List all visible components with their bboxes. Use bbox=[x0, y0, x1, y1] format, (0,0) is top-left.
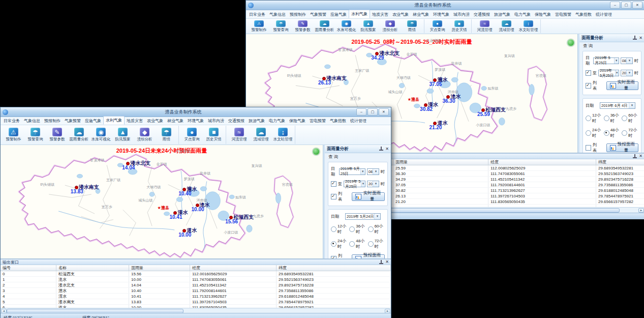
close-icon[interactable]: ✕ bbox=[639, 36, 642, 40]
to-hour-combo[interactable]: 20▼ bbox=[621, 70, 633, 76]
table-row[interactable]: 2溇水北支14.04111.45210541134229.89234757162… bbox=[1, 282, 391, 288]
duration-option[interactable]: 72小时 bbox=[368, 238, 385, 249]
tab-应急气象[interactable]: 应急气象 bbox=[83, 117, 103, 125]
tab-日常业务[interactable]: 日常业务 bbox=[247, 11, 267, 18]
duration-option[interactable]: 60小时 bbox=[368, 223, 385, 235]
close-button[interactable]: ✕ bbox=[632, 2, 642, 9]
pin-icon[interactable] bbox=[379, 260, 383, 265]
toolbar-item-流域管理[interactable]: ☁流域管理 bbox=[496, 19, 517, 33]
tab-气象指数[interactable]: 气象指数 bbox=[328, 117, 348, 125]
toolbar-item-预警查询[interactable]: ☂预警查询 bbox=[24, 126, 46, 144]
toolbar-item-防汛预案[interactable]: ▲防汛预案 bbox=[112, 126, 134, 144]
tab-城市内涝[interactable]: 城市内涝 bbox=[206, 117, 226, 125]
pin-icon[interactable] bbox=[633, 154, 637, 159]
to-date-combo[interactable]: 2019年 5月25日▼ bbox=[344, 181, 365, 187]
table-row[interactable]: 4渫水10.41111.71321396262729.6188012485048 bbox=[1, 294, 391, 299]
tab-旅游气象[interactable]: 旅游气象 bbox=[247, 117, 267, 125]
list-checkbox[interactable] bbox=[586, 145, 591, 151]
map-refresh-button[interactable] bbox=[567, 39, 574, 46]
map-refresh-button[interactable] bbox=[313, 148, 320, 155]
radio-icon[interactable] bbox=[331, 241, 336, 247]
tab-林业气象[interactable]: 林业气象 bbox=[411, 11, 431, 18]
toolbar-item-河流管理[interactable]: ≈河流管理 bbox=[474, 19, 496, 33]
close-button[interactable]: ✕ bbox=[379, 108, 389, 115]
toolbar-item-预警制作[interactable]: ⚠预警制作 bbox=[248, 19, 270, 33]
toolbar-item-河流管理[interactable]: ≈河流管理 bbox=[228, 126, 250, 144]
table-header-cell[interactable]: 面雨量 bbox=[393, 159, 488, 165]
realtime-rainfall-button[interactable]: 实时面雨量 bbox=[352, 192, 385, 201]
tab-保险气象[interactable]: 保险气象 bbox=[533, 11, 553, 18]
list-checkbox[interactable] bbox=[331, 256, 336, 259]
to-date-combo[interactable]: 2019年 5月25日▼ bbox=[598, 70, 619, 76]
toolbar-item-雨情[interactable]: ☂雨情 bbox=[401, 19, 423, 33]
duration-option[interactable]: 60小时 bbox=[622, 112, 638, 124]
from-date-combo[interactable]: 2019年 5月25日▼ bbox=[593, 57, 619, 64]
tab-统计管理[interactable]: 统计管理 bbox=[348, 117, 369, 125]
tab-电力气象[interactable]: 电力气象 bbox=[267, 117, 287, 125]
titlebar[interactable]: 澧县业务制作系统–▢✕ bbox=[246, 1, 644, 10]
radio-icon[interactable] bbox=[604, 130, 609, 136]
table-header-cell[interactable]: 纬度 bbox=[277, 265, 391, 271]
toolbar-item-溃坝分析[interactable]: ◆溃坝分析 bbox=[134, 126, 156, 144]
pin-icon[interactable] bbox=[633, 36, 637, 40]
table-row[interactable]: 5溇水南支13.83111.39726710450329.78544789759… bbox=[1, 299, 391, 305]
duration-option[interactable]: 36小时 bbox=[349, 223, 366, 235]
toolbar-item-雨情[interactable]: ☂雨情 bbox=[156, 126, 177, 144]
table-row[interactable]: 1洈水10.00111.74708305506129.5521563749023 bbox=[1, 277, 391, 282]
table-header-cell[interactable]: 经度 bbox=[488, 159, 596, 165]
radio-icon[interactable] bbox=[622, 130, 627, 136]
tab-城市内涝[interactable]: 城市内涝 bbox=[451, 11, 472, 18]
scrollbar-thumb[interactable] bbox=[7, 309, 183, 313]
close-icon[interactable]: ✕ bbox=[639, 154, 642, 158]
tab-保险气象[interactable]: 保险气象 bbox=[287, 117, 308, 125]
duration-option[interactable]: 24小时 bbox=[331, 238, 348, 249]
list-checkbox[interactable] bbox=[586, 83, 591, 89]
tab-气象预警[interactable]: 气象预警 bbox=[308, 11, 328, 18]
tab-统计管理[interactable]: 统计管理 bbox=[594, 11, 614, 18]
toolbar-item-预警参数[interactable]: ✎预警参数 bbox=[46, 126, 68, 144]
radio-icon[interactable] bbox=[368, 241, 374, 247]
forecast-rainfall-button[interactable]: 预报面雨量 bbox=[606, 143, 638, 152]
tab-旅游气象[interactable]: 旅游气象 bbox=[492, 11, 512, 18]
from-date-combo[interactable]: 2019年 5月25日▼ bbox=[339, 168, 365, 175]
tab-气象预警[interactable]: 气象预警 bbox=[63, 117, 83, 125]
to-checkbox[interactable] bbox=[586, 70, 591, 76]
tab-水利气象[interactable]: 水利气象 bbox=[349, 10, 370, 18]
tab-环境气象[interactable]: 环境气象 bbox=[186, 117, 206, 125]
map-canvas[interactable]: 2019-05-24日未来24小时预报面雨量甘溪滩镇码头铺镇火连坡镇金罗镇王家厂… bbox=[1, 145, 323, 258]
tab-应急气象[interactable]: 应急气象 bbox=[328, 11, 349, 18]
tab-预报制作[interactable]: 预报制作 bbox=[42, 117, 63, 125]
list-checkbox[interactable] bbox=[331, 194, 336, 199]
tab-林业气象[interactable]: 林业气象 bbox=[165, 117, 186, 125]
close-icon[interactable]: ✕ bbox=[385, 147, 389, 151]
radio-icon[interactable] bbox=[368, 226, 374, 232]
table-row[interactable]: 3澧水10.40111.79200814460129.7358811355086 bbox=[1, 288, 391, 294]
duration-option[interactable]: 48小时 bbox=[604, 127, 621, 138]
radio-icon[interactable] bbox=[331, 226, 336, 232]
toolbar-item-水文站管理[interactable]: ↨水文站管理 bbox=[517, 19, 539, 33]
toolbar-item-预警查询[interactable]: ☂预警查询 bbox=[270, 19, 292, 33]
tab-雷电预警[interactable]: 雷电预警 bbox=[553, 11, 573, 18]
radio-icon[interactable] bbox=[586, 115, 591, 121]
close-icon[interactable]: ✕ bbox=[385, 260, 389, 264]
tab-气象指数[interactable]: 气象指数 bbox=[573, 11, 594, 18]
tab-气象信息[interactable]: 气象信息 bbox=[22, 117, 42, 125]
tab-交通预报[interactable]: 交通预报 bbox=[226, 117, 247, 125]
toolbar-item-历史灾情[interactable]: ■历史灾情 bbox=[448, 19, 470, 33]
table-row[interactable]: 0松滋西支15.56112.00160562502929.68935495322… bbox=[1, 271, 391, 277]
duration-option[interactable]: 12小时 bbox=[586, 112, 602, 124]
radio-icon[interactable] bbox=[586, 130, 591, 136]
tab-环境气象[interactable]: 环境气象 bbox=[431, 11, 451, 18]
toolbar-item-灾点查询[interactable]: ●灾点查询 bbox=[181, 126, 203, 144]
duration-option[interactable]: 48小时 bbox=[349, 238, 366, 249]
toolbar-item-预警制作[interactable]: ⚠预警制作 bbox=[3, 126, 24, 144]
table-header-cell[interactable]: 纬度 bbox=[596, 159, 644, 165]
scroll-right-icon[interactable]: ► bbox=[638, 208, 644, 213]
h-scrollbar[interactable]: ◄► bbox=[1, 308, 391, 313]
table-header-cell[interactable]: 编号 bbox=[1, 265, 56, 271]
pin-icon[interactable] bbox=[379, 147, 383, 151]
from-hour-combo[interactable]: 08▼ bbox=[621, 57, 633, 64]
to-checkbox[interactable] bbox=[331, 181, 336, 187]
toolbar-item-水文站管理[interactable]: ↨水文站管理 bbox=[272, 126, 294, 144]
radio-icon[interactable] bbox=[604, 115, 609, 121]
